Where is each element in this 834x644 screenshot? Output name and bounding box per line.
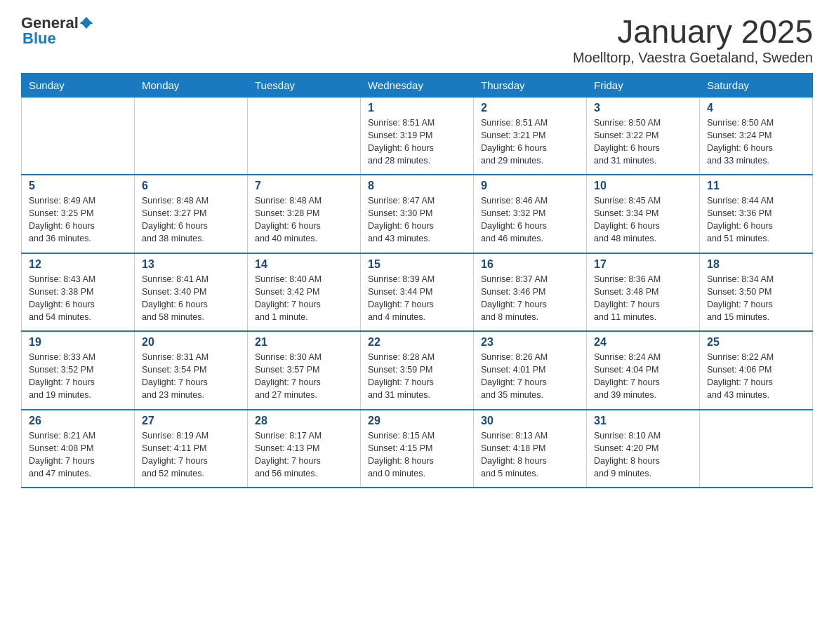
week-row-1: 1Sunrise: 8:51 AM Sunset: 3:19 PM Daylig…: [22, 97, 813, 175]
calendar-cell: 19Sunrise: 8:33 AM Sunset: 3:52 PM Dayli…: [22, 331, 135, 410]
day-number: 3: [594, 102, 692, 114]
day-number: 30: [481, 415, 579, 427]
day-info: Sunrise: 8:46 AM Sunset: 3:32 PM Dayligh…: [481, 194, 579, 246]
day-number: 20: [142, 336, 240, 349]
week-row-5: 26Sunrise: 8:21 AM Sunset: 4:08 PM Dayli…: [22, 410, 813, 488]
calendar-cell: 18Sunrise: 8:34 AM Sunset: 3:50 PM Dayli…: [700, 253, 813, 332]
day-number: 5: [29, 180, 127, 192]
day-header-tuesday: Tuesday: [248, 73, 361, 97]
logo-blue: Blue: [22, 29, 56, 48]
calendar-table: SundayMondayTuesdayWednesdayThursdayFrid…: [21, 73, 813, 489]
day-number: 18: [707, 258, 805, 271]
day-info: Sunrise: 8:30 AM Sunset: 3:57 PM Dayligh…: [255, 351, 353, 402]
day-header-sunday: Sunday: [22, 73, 135, 97]
day-info: Sunrise: 8:48 AM Sunset: 3:28 PM Dayligh…: [255, 194, 353, 246]
day-info: Sunrise: 8:22 AM Sunset: 4:06 PM Dayligh…: [707, 351, 805, 402]
day-number: 23: [481, 336, 579, 349]
day-number: 25: [707, 336, 805, 349]
week-row-3: 12Sunrise: 8:43 AM Sunset: 3:38 PM Dayli…: [22, 253, 813, 332]
day-number: 2: [481, 102, 579, 114]
calendar-cell: 25Sunrise: 8:22 AM Sunset: 4:06 PM Dayli…: [700, 331, 813, 410]
day-info: Sunrise: 8:50 AM Sunset: 3:24 PM Dayligh…: [707, 116, 805, 168]
day-info: Sunrise: 8:40 AM Sunset: 3:42 PM Dayligh…: [255, 273, 353, 324]
day-number: 1: [368, 102, 466, 114]
day-number: 29: [368, 415, 466, 427]
day-header-wednesday: Wednesday: [361, 73, 474, 97]
calendar-cell: 9Sunrise: 8:46 AM Sunset: 3:32 PM Daylig…: [474, 175, 587, 253]
calendar-cell: 28Sunrise: 8:17 AM Sunset: 4:13 PM Dayli…: [248, 410, 361, 488]
calendar-cell: 12Sunrise: 8:43 AM Sunset: 3:38 PM Dayli…: [22, 253, 135, 332]
calendar-cell: 5Sunrise: 8:49 AM Sunset: 3:25 PM Daylig…: [22, 175, 135, 253]
calendar-cell: [248, 97, 361, 175]
day-info: Sunrise: 8:21 AM Sunset: 4:08 PM Dayligh…: [29, 429, 127, 481]
calendar-cell: 24Sunrise: 8:24 AM Sunset: 4:04 PM Dayli…: [587, 331, 700, 410]
day-number: 9: [481, 180, 579, 192]
page-header: General Blue January 2025 Moelltorp, Vae…: [21, 14, 813, 66]
calendar-cell: 1Sunrise: 8:51 AM Sunset: 3:19 PM Daylig…: [361, 97, 474, 175]
calendar-cell: 23Sunrise: 8:26 AM Sunset: 4:01 PM Dayli…: [474, 331, 587, 410]
day-info: Sunrise: 8:33 AM Sunset: 3:52 PM Dayligh…: [29, 351, 127, 402]
day-header-monday: Monday: [135, 73, 248, 97]
day-number: 4: [707, 102, 805, 114]
day-number: 7: [255, 180, 353, 192]
calendar-cell: 8Sunrise: 8:47 AM Sunset: 3:30 PM Daylig…: [361, 175, 474, 253]
day-number: 8: [368, 180, 466, 192]
day-info: Sunrise: 8:26 AM Sunset: 4:01 PM Dayligh…: [481, 351, 579, 402]
day-info: Sunrise: 8:44 AM Sunset: 3:36 PM Dayligh…: [707, 194, 805, 246]
day-header-friday: Friday: [587, 73, 700, 97]
calendar-cell: 7Sunrise: 8:48 AM Sunset: 3:28 PM Daylig…: [248, 175, 361, 253]
day-number: 17: [594, 258, 692, 271]
day-info: Sunrise: 8:51 AM Sunset: 3:21 PM Dayligh…: [481, 116, 579, 168]
calendar-cell: 13Sunrise: 8:41 AM Sunset: 3:40 PM Dayli…: [135, 253, 248, 332]
calendar-cell: 31Sunrise: 8:10 AM Sunset: 4:20 PM Dayli…: [587, 410, 700, 488]
day-info: Sunrise: 8:34 AM Sunset: 3:50 PM Dayligh…: [707, 273, 805, 324]
calendar-cell: [135, 97, 248, 175]
day-info: Sunrise: 8:36 AM Sunset: 3:48 PM Dayligh…: [594, 273, 692, 324]
day-number: 15: [368, 258, 466, 271]
calendar-cell: 29Sunrise: 8:15 AM Sunset: 4:15 PM Dayli…: [361, 410, 474, 488]
day-number: 31: [594, 415, 692, 427]
day-info: Sunrise: 8:47 AM Sunset: 3:30 PM Dayligh…: [368, 194, 466, 246]
day-number: 28: [255, 415, 353, 427]
calendar-cell: 10Sunrise: 8:45 AM Sunset: 3:34 PM Dayli…: [587, 175, 700, 253]
calendar-cell: 22Sunrise: 8:28 AM Sunset: 3:59 PM Dayli…: [361, 331, 474, 410]
day-info: Sunrise: 8:31 AM Sunset: 3:54 PM Dayligh…: [142, 351, 240, 402]
day-number: 14: [255, 258, 353, 271]
week-row-2: 5Sunrise: 8:49 AM Sunset: 3:25 PM Daylig…: [22, 175, 813, 253]
calendar-cell: 26Sunrise: 8:21 AM Sunset: 4:08 PM Dayli…: [22, 410, 135, 488]
logo: General Blue: [21, 14, 93, 48]
calendar-title: January 2025: [573, 14, 813, 50]
day-number: 10: [594, 180, 692, 192]
day-info: Sunrise: 8:17 AM Sunset: 4:13 PM Dayligh…: [255, 429, 353, 481]
calendar-subtitle: Moelltorp, Vaestra Goetaland, Sweden: [573, 50, 813, 66]
calendar-cell: 27Sunrise: 8:19 AM Sunset: 4:11 PM Dayli…: [135, 410, 248, 488]
calendar-cell: 14Sunrise: 8:40 AM Sunset: 3:42 PM Dayli…: [248, 253, 361, 332]
calendar-cell: [700, 410, 813, 488]
day-number: 11: [707, 180, 805, 192]
day-number: 16: [481, 258, 579, 271]
day-number: 6: [142, 180, 240, 192]
day-info: Sunrise: 8:15 AM Sunset: 4:15 PM Dayligh…: [368, 429, 466, 481]
calendar-cell: 11Sunrise: 8:44 AM Sunset: 3:36 PM Dayli…: [700, 175, 813, 253]
title-block: January 2025 Moelltorp, Vaestra Goetalan…: [573, 14, 813, 66]
day-info: Sunrise: 8:28 AM Sunset: 3:59 PM Dayligh…: [368, 351, 466, 402]
day-info: Sunrise: 8:13 AM Sunset: 4:18 PM Dayligh…: [481, 429, 579, 481]
calendar-cell: 20Sunrise: 8:31 AM Sunset: 3:54 PM Dayli…: [135, 331, 248, 410]
day-info: Sunrise: 8:45 AM Sunset: 3:34 PM Dayligh…: [594, 194, 692, 246]
day-info: Sunrise: 8:51 AM Sunset: 3:19 PM Dayligh…: [368, 116, 466, 168]
day-header-thursday: Thursday: [474, 73, 587, 97]
day-number: 24: [594, 336, 692, 349]
calendar-cell: 3Sunrise: 8:50 AM Sunset: 3:22 PM Daylig…: [587, 97, 700, 175]
day-header-saturday: Saturday: [700, 73, 813, 97]
day-info: Sunrise: 8:39 AM Sunset: 3:44 PM Dayligh…: [368, 273, 466, 324]
day-info: Sunrise: 8:24 AM Sunset: 4:04 PM Dayligh…: [594, 351, 692, 402]
day-info: Sunrise: 8:10 AM Sunset: 4:20 PM Dayligh…: [594, 429, 692, 481]
calendar-cell: 2Sunrise: 8:51 AM Sunset: 3:21 PM Daylig…: [474, 97, 587, 175]
calendar-cell: 17Sunrise: 8:36 AM Sunset: 3:48 PM Dayli…: [587, 253, 700, 332]
day-number: 13: [142, 258, 240, 271]
day-info: Sunrise: 8:41 AM Sunset: 3:40 PM Dayligh…: [142, 273, 240, 324]
day-info: Sunrise: 8:37 AM Sunset: 3:46 PM Dayligh…: [481, 273, 579, 324]
calendar-cell: 30Sunrise: 8:13 AM Sunset: 4:18 PM Dayli…: [474, 410, 587, 488]
day-number: 19: [29, 336, 127, 349]
calendar-cell: 16Sunrise: 8:37 AM Sunset: 3:46 PM Dayli…: [474, 253, 587, 332]
